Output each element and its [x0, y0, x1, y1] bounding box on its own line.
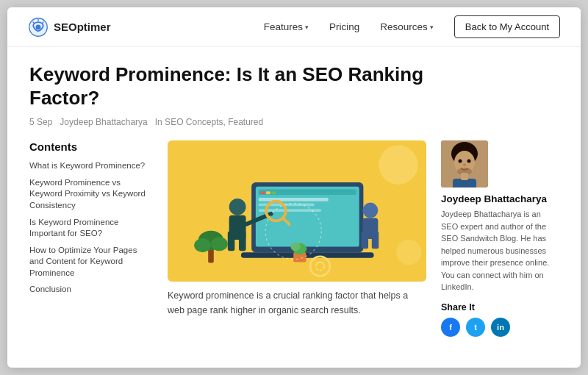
svg-point-39	[467, 160, 471, 163]
logo-icon	[28, 17, 49, 38]
nav-pricing[interactable]: Pricing	[322, 17, 367, 37]
author-name: Joydeep Bhattacharya	[441, 193, 559, 204]
toc-title: Contents	[29, 140, 153, 153]
svg-point-29	[211, 238, 228, 251]
svg-point-38	[459, 160, 462, 163]
svg-point-32	[290, 243, 300, 251]
svg-rect-14	[241, 253, 374, 259]
svg-point-4	[396, 240, 421, 265]
svg-rect-18	[239, 232, 246, 251]
toc-list: What is Keyword Prominence? Keyword Prom…	[29, 160, 153, 295]
table-of-contents: Contents What is Keyword Prominence? Key…	[29, 140, 153, 300]
svg-point-1	[36, 24, 41, 29]
svg-rect-24	[362, 232, 369, 249]
list-item: What is Keyword Prominence?	[29, 160, 153, 172]
svg-rect-25	[372, 232, 379, 249]
list-item: Conclusion	[29, 284, 153, 296]
svg-rect-8	[261, 192, 265, 195]
center-section: Keyword prominence is a crucial ranking …	[168, 140, 426, 318]
svg-rect-11	[259, 198, 329, 201]
nav-resources[interactable]: Resources ▾	[373, 17, 441, 37]
svg-point-28	[194, 239, 211, 253]
meta-date: 5 Sep	[29, 117, 52, 127]
nav-links: Features ▾ Pricing Resources ▾	[257, 17, 441, 37]
features-chevron-icon: ▾	[305, 24, 309, 31]
article-content: Keyword Prominence: Is It an SEO Ranking…	[7, 47, 581, 351]
article-meta: 5 Sep Joydeep Bhattacharya In SEO Concep…	[29, 117, 559, 127]
meta-category: In SEO Concepts, Featured	[155, 117, 263, 127]
main-layout: Contents What is Keyword Prominence? Key…	[29, 140, 559, 337]
svg-rect-6	[256, 187, 359, 247]
list-item: Is Keyword Prominence Important for SEO?	[29, 217, 153, 240]
svg-rect-17	[228, 232, 235, 251]
share-linkedin-button[interactable]: in	[491, 318, 510, 337]
svg-point-3	[379, 146, 417, 185]
author-bio: Joydeep Bhattacharya is an SEO expert an…	[441, 208, 559, 293]
logo-link[interactable]: SEOptimer	[28, 17, 111, 38]
share-title: Share It	[441, 302, 559, 312]
svg-point-15	[229, 199, 246, 215]
toc-link-5[interactable]: Conclusion	[29, 284, 153, 296]
toc-link-2[interactable]: Keyword Prominence vs Keyword Proximity …	[29, 177, 153, 212]
list-item: How to Optimize Your Pages and Content f…	[29, 245, 153, 279]
browser-frame: SEOptimer Features ▾ Pricing Resources ▾…	[7, 7, 581, 368]
back-to-account-button[interactable]: Back to My Account	[454, 15, 560, 38]
resources-chevron-icon: ▾	[430, 24, 434, 31]
meta-author: Joydeep Bhattacharya	[60, 117, 147, 127]
share-twitter-button[interactable]: t	[466, 318, 485, 337]
share-facebook-button[interactable]: f	[441, 318, 460, 337]
toc-link-1[interactable]: What is Keyword Prominence?	[29, 160, 153, 172]
list-item: Keyword Prominence vs Keyword Proximity …	[29, 177, 153, 212]
logo-text: SEOptimer	[54, 21, 111, 33]
article-title: Keyword Prominence: Is It an SEO Ranking…	[29, 63, 456, 110]
svg-point-22	[362, 203, 378, 218]
author-photo	[441, 140, 488, 188]
author-sidebar: Joydeep Bhattacharya Joydeep Bhattachary…	[441, 140, 559, 337]
toc-link-3[interactable]: Is Keyword Prominence Important for SEO?	[29, 217, 153, 240]
navbar: SEOptimer Features ▾ Pricing Resources ▾…	[7, 7, 581, 47]
share-icons: f t in	[441, 318, 559, 337]
svg-point-40	[463, 164, 466, 166]
svg-rect-9	[266, 192, 270, 195]
svg-rect-10	[272, 192, 276, 195]
nav-features[interactable]: Features ▾	[257, 17, 316, 37]
hero-image	[168, 140, 426, 282]
svg-rect-43	[461, 173, 468, 180]
article-intro: Keyword prominence is a crucial ranking …	[168, 289, 426, 318]
toc-link-4[interactable]: How to Optimize Your Pages and Content f…	[29, 245, 153, 279]
